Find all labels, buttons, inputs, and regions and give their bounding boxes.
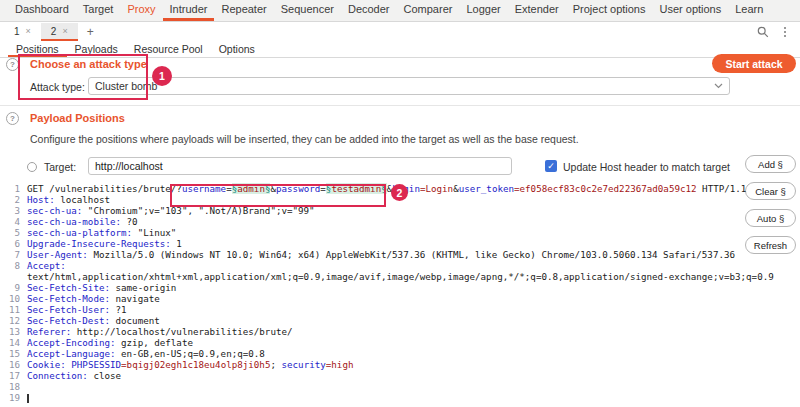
request-line[interactable]: 12Sec-Fetch-Dest: document xyxy=(0,315,800,326)
request-line-text: text/html,application/xhtml+xml,applicat… xyxy=(27,271,774,282)
annotation-step-1: 1 xyxy=(152,66,172,86)
more-options-icon[interactable] xyxy=(784,27,786,37)
request-line-text: Sec-Fetch-Dest: document xyxy=(27,315,160,326)
attack-tab-bar: 1×2×+ xyxy=(0,23,800,41)
request-line-text: Sec-Fetch-User: ?1 xyxy=(27,304,127,315)
request-line[interactable]: 6Upgrade-Insecure-Requests: 1 xyxy=(0,238,800,249)
menu-item-logger[interactable]: Logger xyxy=(459,0,507,21)
menu-item-user-options[interactable]: User options xyxy=(652,0,728,21)
request-line-text: Connection: close xyxy=(27,370,121,381)
request-line[interactable]: 9Sec-Fetch-Site: same-origin xyxy=(0,282,800,293)
attack-tab-label: 2 xyxy=(51,26,57,37)
request-line[interactable]: 10Sec-Fetch-Mode: navigate xyxy=(0,293,800,304)
menu-item-sequencer[interactable]: Sequencer xyxy=(274,0,341,21)
text-cursor xyxy=(27,394,29,403)
menu-item-proxy[interactable]: Proxy xyxy=(120,0,162,21)
annotation-box-attack-type xyxy=(18,54,148,100)
target-input[interactable] xyxy=(88,157,512,175)
line-number xyxy=(0,271,20,282)
request-line-text: Cookie: PHPSESSID=bqigj02egh1c18eu4olp8j… xyxy=(27,359,353,370)
attack-tab-label: 1 xyxy=(14,26,20,37)
menu-item-extender[interactable]: Extender xyxy=(508,0,566,21)
line-number: 6 xyxy=(0,238,20,249)
attack-tab-2[interactable]: 2× xyxy=(41,23,78,41)
request-line-text: sec-ch-ua-platform: "Linux" xyxy=(27,227,176,238)
request-line[interactable]: 5sec-ch-ua-platform: "Linux" xyxy=(0,227,800,238)
menu-item-comparer[interactable]: Comparer xyxy=(397,0,460,21)
main-menubar: DashboardTargetProxyIntruderRepeaterSequ… xyxy=(0,0,800,22)
request-line[interactable]: 11Sec-Fetch-User: ?1 xyxy=(0,304,800,315)
attack-type-select[interactable]: Cluster bomb xyxy=(88,77,730,95)
line-number: 9 xyxy=(0,282,20,293)
add-§-button[interactable]: Add § xyxy=(745,155,796,173)
payload-positions-description: Configure the positions where payloads w… xyxy=(30,133,579,145)
menu-item-target[interactable]: Target xyxy=(76,0,121,21)
line-number: 18 xyxy=(0,381,20,392)
menu-item-repeater[interactable]: Repeater xyxy=(214,0,273,21)
request-line-text: Sec-Fetch-Site: same-origin xyxy=(27,282,176,293)
line-number: 11 xyxy=(0,304,20,315)
line-number: 17 xyxy=(0,370,20,381)
request-line[interactable]: 17Connection: close xyxy=(0,370,800,381)
request-line[interactable]: 15Accept-Language: en-GB,en-US;q=0.9,en;… xyxy=(0,348,800,359)
request-line[interactable]: 16Cookie: PHPSESSID=bqigj02egh1c18eu4olp… xyxy=(0,359,800,370)
request-line[interactable]: 13Referer: http://localhost/vulnerabilit… xyxy=(0,326,800,337)
update-host-label: Update Host header to match target xyxy=(563,161,730,173)
menu-item-dashboard[interactable]: Dashboard xyxy=(8,0,76,21)
attack-tab-1[interactable]: 1× xyxy=(4,23,41,41)
request-line-text: sec-ch-ua-mobile: ?0 xyxy=(27,216,138,227)
tab-bar-icons xyxy=(757,23,800,41)
start-attack-button[interactable]: Start attack xyxy=(712,54,796,73)
line-number: 16 xyxy=(0,359,20,370)
target-settings-icon[interactable] xyxy=(27,162,37,172)
line-number: 19 xyxy=(0,392,20,403)
request-line-text: User-Agent: Mozilla/5.0 (Windows NT 10.0… xyxy=(27,249,735,260)
request-line[interactable]: 19 xyxy=(0,392,800,403)
line-number: 15 xyxy=(0,348,20,359)
line-number: 14 xyxy=(0,337,20,348)
request-line-text xyxy=(27,392,29,403)
line-number: 13 xyxy=(0,326,20,337)
line-number: 5 xyxy=(0,227,20,238)
menu-item-learn[interactable]: Learn xyxy=(728,0,770,21)
request-line[interactable]: text/html,application/xhtml+xml,applicat… xyxy=(0,271,800,282)
search-icon[interactable] xyxy=(757,26,769,38)
request-line-text: Host: localhost xyxy=(27,194,110,205)
request-line-text: Accept-Encoding: gzip, deflate xyxy=(27,337,193,348)
update-host-checkbox[interactable]: ✓ xyxy=(545,160,557,172)
menu-item-project-options[interactable]: Project options xyxy=(566,0,653,21)
line-number: 8 xyxy=(0,260,20,271)
line-number: 4 xyxy=(0,216,20,227)
subtab-options[interactable]: Options xyxy=(211,41,263,57)
line-number: 1 xyxy=(0,183,20,194)
target-label: Target: xyxy=(44,161,76,173)
line-number: 10 xyxy=(0,293,20,304)
line-number: 12 xyxy=(0,315,20,326)
request-line[interactable]: 8Accept: xyxy=(0,260,800,271)
help-icon[interactable]: ? xyxy=(6,112,19,125)
request-line-text: Accept: xyxy=(27,260,66,271)
request-line-text: Sec-Fetch-Mode: navigate xyxy=(27,293,160,304)
request-line[interactable]: 3sec-ch-ua: "Chromium";v="103", ".Not/A)… xyxy=(0,205,800,216)
request-line[interactable]: 14Accept-Encoding: gzip, deflate xyxy=(0,337,800,348)
request-line-text: Upgrade-Insecure-Requests: 1 xyxy=(27,238,182,249)
request-line[interactable]: 18 xyxy=(0,381,800,392)
menu-item-decoder[interactable]: Decoder xyxy=(341,0,397,21)
chevron-down-icon xyxy=(714,83,723,89)
request-line-text: GET /vulnerabilities/brute/?username=§ad… xyxy=(27,183,746,194)
request-editor[interactable]: 1GET /vulnerabilities/brute/?username=§a… xyxy=(0,183,800,407)
annotation-box-payload-positions xyxy=(170,184,386,207)
close-icon[interactable]: × xyxy=(26,26,31,36)
close-icon[interactable]: × xyxy=(62,26,67,36)
line-number: 3 xyxy=(0,205,20,216)
section-divider xyxy=(0,105,800,106)
line-number: 7 xyxy=(0,249,20,260)
request-line[interactable]: 7User-Agent: Mozilla/5.0 (Windows NT 10.… xyxy=(0,249,800,260)
menu-item-intruder[interactable]: Intruder xyxy=(163,0,215,21)
request-line[interactable]: 4sec-ch-ua-mobile: ?0 xyxy=(0,216,800,227)
request-line-text: Accept-Language: en-GB,en-US;q=0.9,en;q=… xyxy=(27,348,265,359)
annotation-step-2: 2 xyxy=(391,184,408,201)
request-line-text: Referer: http://localhost/vulnerabilitie… xyxy=(27,326,293,337)
add-tab-button[interactable]: + xyxy=(78,23,103,41)
line-number: 2 xyxy=(0,194,20,205)
